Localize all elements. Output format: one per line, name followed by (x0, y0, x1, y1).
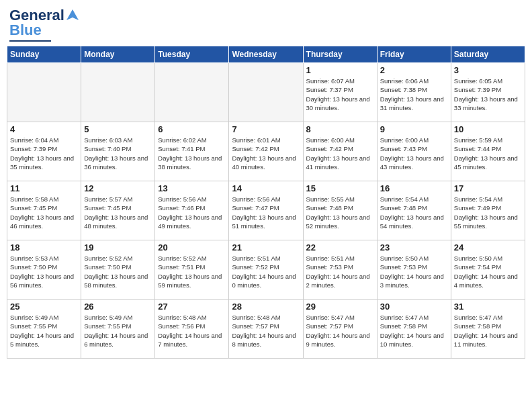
day-cell: 4Sunrise: 6:04 AMSunset: 7:39 PMDaylight… (7, 122, 81, 181)
cell-info: Sunrise: 6:06 AMSunset: 7:38 PMDaylight:… (380, 77, 448, 112)
day-cell: 29Sunrise: 5:47 AMSunset: 7:57 PMDayligh… (303, 300, 377, 359)
day-cell: 19Sunrise: 5:52 AMSunset: 7:50 PMDayligh… (81, 240, 155, 300)
week-row-5: 25Sunrise: 5:49 AMSunset: 7:55 PMDayligh… (7, 300, 525, 359)
week-row-1: 1Sunrise: 6:07 AMSunset: 7:37 PMDaylight… (7, 63, 525, 122)
col-header-wednesday: Wednesday (229, 46, 303, 63)
day-number: 25 (10, 302, 78, 312)
week-row-2: 4Sunrise: 6:04 AMSunset: 7:39 PMDaylight… (7, 122, 525, 181)
day-number: 13 (158, 183, 226, 193)
day-cell: 16Sunrise: 5:54 AMSunset: 7:48 PMDayligh… (377, 181, 451, 240)
cell-info: Sunrise: 6:00 AMSunset: 7:43 PMDaylight:… (380, 136, 448, 171)
cell-info: Sunrise: 5:50 AMSunset: 7:54 PMDaylight:… (454, 254, 522, 289)
week-row-4: 18Sunrise: 5:53 AMSunset: 7:50 PMDayligh… (7, 240, 525, 300)
day-cell: 9Sunrise: 6:00 AMSunset: 7:43 PMDaylight… (377, 122, 451, 181)
day-number: 30 (380, 302, 448, 312)
day-number: 3 (454, 65, 522, 75)
day-number: 11 (10, 183, 78, 193)
day-cell: 5Sunrise: 6:03 AMSunset: 7:40 PMDaylight… (81, 122, 155, 181)
day-number: 9 (380, 124, 448, 134)
day-cell: 13Sunrise: 5:56 AMSunset: 7:46 PMDayligh… (155, 181, 229, 240)
cell-info: Sunrise: 5:48 AMSunset: 7:56 PMDaylight:… (158, 313, 226, 349)
cell-info: Sunrise: 5:51 AMSunset: 7:53 PMDaylight:… (306, 254, 374, 289)
col-header-saturday: Saturday (451, 46, 525, 63)
cell-info: Sunrise: 5:58 AMSunset: 7:45 PMDaylight:… (10, 195, 78, 230)
cell-info: Sunrise: 6:01 AMSunset: 7:42 PMDaylight:… (232, 136, 300, 171)
day-number: 7 (232, 124, 300, 134)
cell-info: Sunrise: 5:49 AMSunset: 7:55 PMDaylight:… (10, 313, 78, 349)
day-cell: 17Sunrise: 5:54 AMSunset: 7:49 PMDayligh… (451, 181, 525, 240)
cell-info: Sunrise: 5:56 AMSunset: 7:47 PMDaylight:… (232, 195, 300, 230)
day-cell (155, 63, 229, 122)
page-header: General Blue (7, 7, 525, 42)
day-number: 19 (84, 242, 152, 253)
day-number: 29 (306, 302, 374, 312)
day-cell: 24Sunrise: 5:50 AMSunset: 7:54 PMDayligh… (451, 240, 525, 300)
day-cell: 12Sunrise: 5:57 AMSunset: 7:45 PMDayligh… (81, 181, 155, 240)
logo-blue: Blue (9, 21, 42, 39)
cell-info: Sunrise: 5:52 AMSunset: 7:50 PMDaylight:… (84, 254, 152, 289)
day-number: 1 (306, 65, 374, 75)
cell-info: Sunrise: 5:52 AMSunset: 7:51 PMDaylight:… (158, 254, 226, 289)
day-cell (81, 63, 155, 122)
day-cell: 27Sunrise: 5:48 AMSunset: 7:56 PMDayligh… (155, 300, 229, 359)
cell-info: Sunrise: 5:48 AMSunset: 7:57 PMDaylight:… (232, 313, 300, 349)
cell-info: Sunrise: 5:51 AMSunset: 7:52 PMDaylight:… (232, 254, 300, 289)
day-cell: 14Sunrise: 5:56 AMSunset: 7:47 PMDayligh… (229, 181, 303, 240)
day-cell: 11Sunrise: 5:58 AMSunset: 7:45 PMDayligh… (7, 181, 81, 240)
day-number: 27 (158, 302, 226, 312)
header-row: SundayMondayTuesdayWednesdayThursdayFrid… (7, 46, 525, 63)
day-number: 12 (84, 183, 152, 193)
day-cell: 3Sunrise: 6:05 AMSunset: 7:39 PMDaylight… (451, 63, 525, 122)
cell-info: Sunrise: 5:56 AMSunset: 7:46 PMDaylight:… (158, 195, 226, 230)
day-number: 24 (454, 242, 522, 253)
day-number: 16 (380, 183, 448, 193)
day-cell (7, 63, 81, 122)
cell-info: Sunrise: 5:47 AMSunset: 7:57 PMDaylight:… (306, 313, 374, 349)
cell-info: Sunrise: 6:00 AMSunset: 7:42 PMDaylight:… (306, 136, 374, 171)
col-header-tuesday: Tuesday (155, 46, 229, 63)
cell-info: Sunrise: 5:47 AMSunset: 7:58 PMDaylight:… (454, 313, 522, 349)
day-cell: 18Sunrise: 5:53 AMSunset: 7:50 PMDayligh… (7, 240, 81, 300)
cell-info: Sunrise: 5:54 AMSunset: 7:49 PMDaylight:… (454, 195, 522, 230)
day-number: 21 (232, 242, 300, 253)
day-number: 6 (158, 124, 226, 134)
cell-info: Sunrise: 5:55 AMSunset: 7:48 PMDaylight:… (306, 195, 374, 230)
day-cell: 28Sunrise: 5:48 AMSunset: 7:57 PMDayligh… (229, 300, 303, 359)
day-cell: 26Sunrise: 5:49 AMSunset: 7:55 PMDayligh… (81, 300, 155, 359)
day-number: 8 (306, 124, 374, 134)
day-number: 2 (380, 65, 448, 75)
cell-info: Sunrise: 6:07 AMSunset: 7:37 PMDaylight:… (306, 77, 374, 112)
cell-info: Sunrise: 5:57 AMSunset: 7:45 PMDaylight:… (84, 195, 152, 230)
cell-info: Sunrise: 6:04 AMSunset: 7:39 PMDaylight:… (10, 136, 78, 171)
day-cell: 30Sunrise: 5:47 AMSunset: 7:58 PMDayligh… (377, 300, 451, 359)
col-header-monday: Monday (81, 46, 155, 63)
col-header-thursday: Thursday (303, 46, 377, 63)
cell-info: Sunrise: 5:54 AMSunset: 7:48 PMDaylight:… (380, 195, 448, 230)
day-number: 20 (158, 242, 226, 253)
cell-info: Sunrise: 5:53 AMSunset: 7:50 PMDaylight:… (10, 254, 78, 289)
day-cell: 2Sunrise: 6:06 AMSunset: 7:38 PMDaylight… (377, 63, 451, 122)
day-number: 18 (10, 242, 78, 253)
day-cell: 21Sunrise: 5:51 AMSunset: 7:52 PMDayligh… (229, 240, 303, 300)
cell-info: Sunrise: 5:59 AMSunset: 7:44 PMDaylight:… (454, 136, 522, 171)
logo-icon (65, 8, 80, 23)
cell-info: Sunrise: 5:47 AMSunset: 7:58 PMDaylight:… (380, 313, 448, 349)
cell-info: Sunrise: 6:03 AMSunset: 7:40 PMDaylight:… (84, 136, 152, 171)
day-cell: 23Sunrise: 5:50 AMSunset: 7:53 PMDayligh… (377, 240, 451, 300)
calendar-table: SundayMondayTuesdayWednesdayThursdayFrid… (7, 46, 525, 359)
day-number: 5 (84, 124, 152, 134)
cell-info: Sunrise: 5:50 AMSunset: 7:53 PMDaylight:… (380, 254, 448, 289)
day-number: 26 (84, 302, 152, 312)
day-cell: 22Sunrise: 5:51 AMSunset: 7:53 PMDayligh… (303, 240, 377, 300)
day-cell: 10Sunrise: 5:59 AMSunset: 7:44 PMDayligh… (451, 122, 525, 181)
day-cell (229, 63, 303, 122)
day-number: 28 (232, 302, 300, 312)
col-header-friday: Friday (377, 46, 451, 63)
cell-info: Sunrise: 5:49 AMSunset: 7:55 PMDaylight:… (84, 313, 152, 349)
day-cell: 15Sunrise: 5:55 AMSunset: 7:48 PMDayligh… (303, 181, 377, 240)
day-cell: 1Sunrise: 6:07 AMSunset: 7:37 PMDaylight… (303, 63, 377, 122)
day-number: 10 (454, 124, 522, 134)
day-number: 15 (306, 183, 374, 193)
day-number: 4 (10, 124, 78, 134)
day-cell: 25Sunrise: 5:49 AMSunset: 7:55 PMDayligh… (7, 300, 81, 359)
